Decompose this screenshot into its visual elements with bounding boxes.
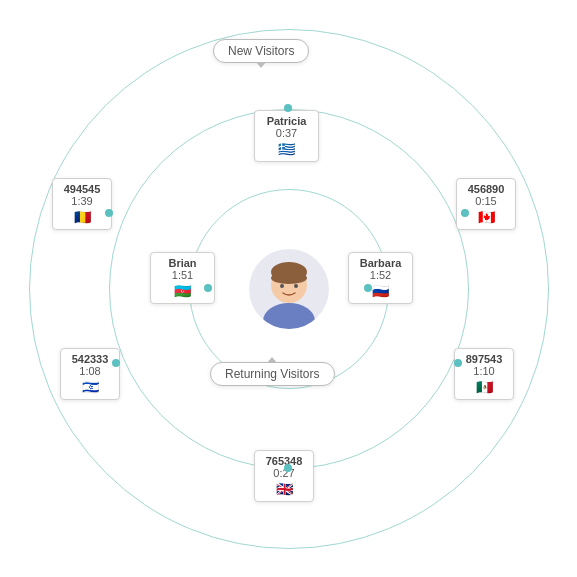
- svg-point-3: [271, 272, 307, 284]
- num-card-542333: 542333 1:08 🇮🇱: [60, 348, 120, 400]
- num-flag: 🇷🇴: [61, 209, 103, 225]
- num-flag: 🇲🇽: [463, 379, 505, 395]
- num-value: 897543: [463, 353, 505, 365]
- num-flag: 🇮🇱: [69, 379, 111, 395]
- num-card-765348: 765348 0:27 🇬🇧: [254, 450, 314, 502]
- dot-patricia-outer: [284, 104, 292, 112]
- svg-point-0: [263, 303, 315, 329]
- dot-542333: [112, 359, 120, 367]
- visitor-card-brian: Brian 1:51 🇦🇿: [150, 252, 215, 304]
- visitor-flag: 🇦🇿: [159, 283, 206, 299]
- visitor-card-barbara: Barbara 1:52 🇷🇺: [348, 252, 413, 304]
- dot-456890: [461, 209, 469, 217]
- svg-point-5: [294, 284, 298, 288]
- num-value: 456890: [465, 183, 507, 195]
- new-visitors-label: New Visitors: [213, 39, 309, 63]
- diagram-container: New Visitors Returning Visitors Patricia…: [0, 0, 577, 577]
- avatar: [249, 249, 329, 329]
- svg-point-4: [280, 284, 284, 288]
- visitor-card-patricia: Patricia 0:37 🇬🇷: [254, 110, 319, 162]
- returning-visitors-label: Returning Visitors: [210, 362, 335, 386]
- num-time: 1:10: [463, 365, 505, 377]
- num-card-456890: 456890 0:15 🇨🇦: [456, 178, 516, 230]
- dot-brian: [204, 284, 212, 292]
- num-card-494545: 494545 1:39 🇷🇴: [52, 178, 112, 230]
- num-time: 1:08: [69, 365, 111, 377]
- visitor-name: Brian: [159, 257, 206, 269]
- num-time: 1:39: [61, 195, 103, 207]
- num-flag: 🇨🇦: [465, 209, 507, 225]
- dot-494545: [105, 209, 113, 217]
- num-flag: 🇬🇧: [263, 481, 305, 497]
- dot-765348: [284, 464, 292, 472]
- visitor-flag: 🇬🇷: [263, 141, 310, 157]
- visitor-time: 1:52: [357, 269, 404, 281]
- num-card-897543: 897543 1:10 🇲🇽: [454, 348, 514, 400]
- visitor-time: 1:51: [159, 269, 206, 281]
- num-value: 542333: [69, 353, 111, 365]
- visitor-time: 0:37: [263, 127, 310, 139]
- num-value: 494545: [61, 183, 103, 195]
- visitor-name: Barbara: [357, 257, 404, 269]
- dot-barbara: [364, 284, 372, 292]
- dot-897543: [454, 359, 462, 367]
- num-time: 0:15: [465, 195, 507, 207]
- visitor-name: Patricia: [263, 115, 310, 127]
